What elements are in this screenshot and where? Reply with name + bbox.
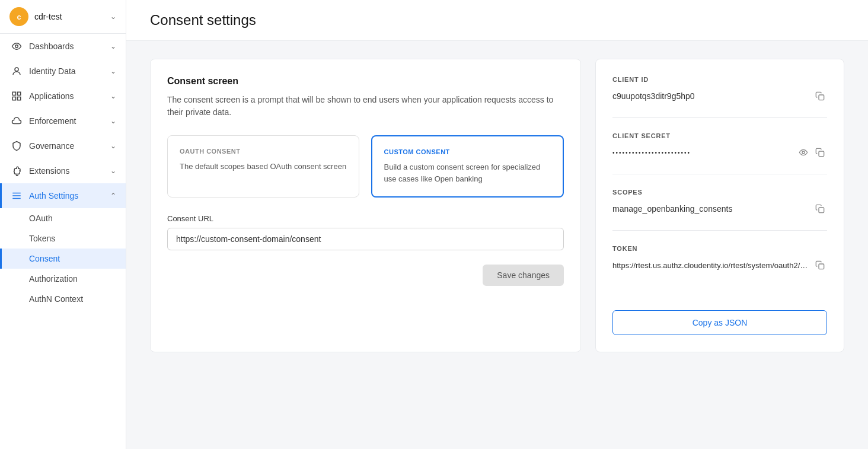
svg-rect-2 (12, 92, 15, 95)
copy-client-id-button[interactable] (813, 89, 827, 103)
scopes-section: SCOPES manage_openbanking_consents (612, 189, 827, 231)
client-id-section: CLIENT ID c9uupotqs3ditr9g5hp0 (612, 76, 827, 118)
token-value: https://rtest.us.authz.cloudentity.io/rt… (612, 261, 808, 270)
subnav-item-authn-context[interactable]: AuthN Context (0, 289, 126, 309)
svg-rect-12 (819, 208, 824, 213)
consent-options: OAUTH CONSENT The default scopes based O… (167, 135, 564, 198)
custom-consent-desc: Build a custom consent screen for specia… (384, 161, 551, 184)
copy-secret-button[interactable] (813, 145, 827, 160)
page-title: Consent settings (150, 12, 844, 28)
svg-rect-3 (18, 92, 21, 95)
chevron-icon: ⌄ (110, 67, 116, 75)
org-avatar: c (9, 7, 28, 26)
shield-icon (11, 141, 22, 151)
sidebar-item-enforcement[interactable]: Enforcement ⌄ (0, 109, 126, 133)
subnav-authn-context-label: AuthN Context (29, 294, 83, 304)
sidebar-item-applications[interactable]: Applications ⌄ (0, 84, 126, 109)
chevron-icon: ⌄ (110, 142, 116, 150)
oauth-consent-desc: The default scopes based OAuth consent s… (180, 161, 347, 173)
sidebar-item-auth-settings-label: Auth Settings (29, 191, 78, 200)
chevron-icon: ⌄ (110, 42, 116, 50)
subnav-item-tokens[interactable]: Tokens (0, 228, 126, 249)
org-name: cdr-test (34, 12, 62, 21)
token-row: https://rtest.us.authz.cloudentity.io/rt… (612, 258, 827, 272)
token-section: TOKEN https://rtest.us.authz.cloudentity… (612, 245, 827, 286)
grid-icon (11, 91, 22, 101)
chevron-icon: ⌄ (110, 117, 116, 125)
subnav-item-oauth[interactable]: OAuth (0, 208, 126, 228)
auth-settings-subnav: OAuth Tokens Consent Authorization AuthN… (0, 208, 126, 309)
client-secret-value: •••••••••••••••••••••••• (612, 149, 691, 156)
custom-consent-option[interactable]: CUSTOM CONSENT Build a custom consent sc… (371, 135, 564, 198)
url-field-label: Consent URL (167, 214, 564, 223)
client-secret-row: •••••••••••••••••••••••• (612, 145, 827, 160)
subnav-authorization-label: Authorization (29, 274, 78, 284)
sidebar-item-extensions-label: Extensions (29, 166, 69, 176)
svg-rect-9 (819, 95, 824, 100)
sidebar-item-enforcement-label: Enforcement (29, 116, 76, 126)
chevron-icon: ⌄ (110, 167, 116, 175)
svg-point-0 (15, 45, 18, 48)
copy-token-button[interactable] (813, 258, 827, 272)
org-selector[interactable]: c cdr-test ⌄ (0, 0, 126, 34)
sidebar-item-governance[interactable]: Governance ⌄ (0, 133, 126, 158)
svg-point-1 (15, 68, 18, 71)
subnav-item-authorization[interactable]: Authorization (0, 269, 126, 289)
card-footer: Save changes (167, 265, 564, 286)
svg-rect-4 (12, 97, 15, 100)
client-secret-section: CLIENT SECRET •••••••••••••••••••••••• (612, 132, 827, 174)
token-label: TOKEN (612, 245, 827, 252)
list-icon (11, 190, 22, 201)
consent-screen-description: The consent screen is a prompt that will… (167, 94, 564, 119)
toggle-secret-button[interactable] (796, 145, 810, 160)
cloud-icon (11, 116, 22, 126)
scopes-label: SCOPES (612, 189, 827, 196)
sidebar-item-extensions[interactable]: Extensions ⌄ (0, 158, 126, 183)
side-card: CLIENT ID c9uupotqs3ditr9g5hp0 CLIENT SE… (595, 59, 844, 352)
subnav-consent-label: Consent (29, 254, 60, 263)
sidebar-item-governance-label: Governance (29, 141, 74, 151)
person-icon (11, 66, 22, 77)
subnav-item-consent[interactable]: Consent (0, 249, 126, 269)
custom-consent-label: CUSTOM CONSENT (384, 148, 551, 155)
svg-rect-13 (819, 264, 824, 269)
scopes-row: manage_openbanking_consents (612, 202, 827, 216)
subnav-oauth-label: OAuth (29, 214, 53, 223)
client-id-label: CLIENT ID (612, 76, 827, 83)
copy-as-json-button[interactable]: Copy as JSON (612, 310, 827, 335)
svg-rect-5 (18, 97, 21, 100)
page-header: Consent settings (126, 0, 868, 41)
sidebar-item-applications-label: Applications (29, 91, 74, 101)
consent-url-input[interactable] (167, 228, 564, 250)
subnav-tokens-label: Tokens (29, 234, 55, 243)
client-secret-label: CLIENT SECRET (612, 132, 827, 139)
oauth-consent-label: OAUTH CONSENT (180, 148, 347, 155)
scopes-value: manage_openbanking_consents (612, 204, 732, 214)
puzzle-icon (11, 165, 22, 176)
copy-scopes-button[interactable] (813, 202, 827, 216)
sidebar: c cdr-test ⌄ Dashboards ⌄ Identity Data … (0, 0, 126, 449)
chevron-up-icon: ⌃ (110, 192, 116, 200)
consent-screen-title: Consent screen (167, 76, 564, 87)
sidebar-item-dashboards-label: Dashboards (29, 42, 74, 51)
chevron-down-icon: ⌄ (110, 12, 116, 21)
svg-rect-11 (819, 151, 824, 157)
client-id-row: c9uupotqs3ditr9g5hp0 (612, 89, 827, 103)
chevron-icon: ⌄ (110, 92, 116, 100)
eye-icon (11, 41, 22, 52)
save-changes-button[interactable]: Save changes (483, 265, 564, 286)
sidebar-item-identity-data[interactable]: Identity Data ⌄ (0, 59, 126, 84)
main-content: Consent settings Consent screen The cons… (126, 0, 868, 449)
svg-point-10 (802, 151, 805, 154)
client-id-value: c9uupotqs3ditr9g5hp0 (612, 91, 695, 101)
sidebar-item-identity-data-label: Identity Data (29, 66, 76, 76)
sidebar-item-dashboards[interactable]: Dashboards ⌄ (0, 34, 126, 59)
oauth-consent-option[interactable]: OAUTH CONSENT The default scopes based O… (167, 135, 359, 198)
page-content: Consent screen The consent screen is a p… (126, 41, 868, 370)
main-card: Consent screen The consent screen is a p… (150, 59, 581, 352)
sidebar-item-auth-settings[interactable]: Auth Settings ⌃ (0, 183, 126, 208)
